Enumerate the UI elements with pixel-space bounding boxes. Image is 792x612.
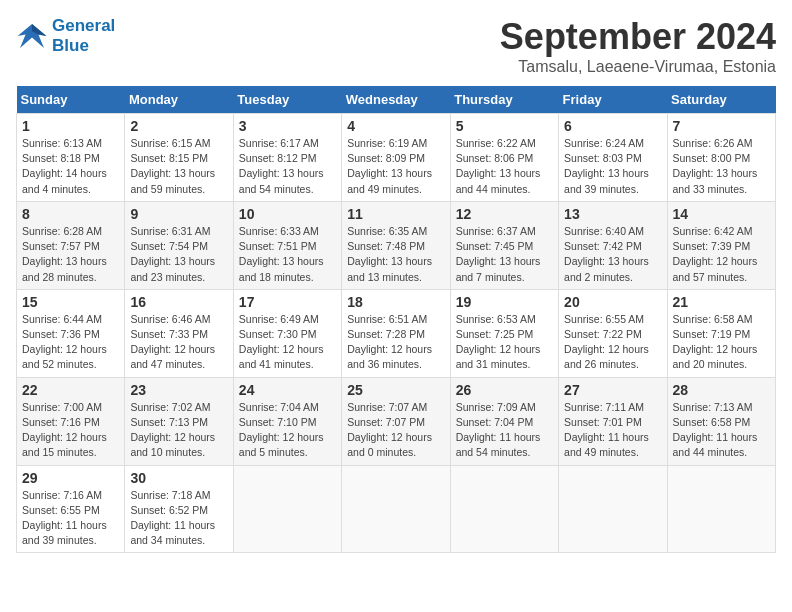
day-number: 18 <box>347 294 444 310</box>
day-info: Sunrise: 6:19 AM Sunset: 8:09 PM Dayligh… <box>347 136 444 197</box>
day-info: Sunrise: 6:51 AM Sunset: 7:28 PM Dayligh… <box>347 312 444 373</box>
day-info: Sunrise: 6:28 AM Sunset: 7:57 PM Dayligh… <box>22 224 119 285</box>
calendar-day-8: 8Sunrise: 6:28 AM Sunset: 7:57 PM Daylig… <box>17 201 125 289</box>
empty-cell <box>233 465 341 553</box>
calendar-day-10: 10Sunrise: 6:33 AM Sunset: 7:51 PM Dayli… <box>233 201 341 289</box>
day-number: 29 <box>22 470 119 486</box>
title-area: September 2024 Tamsalu, Laeaene-Virumaa,… <box>500 16 776 76</box>
calendar-day-21: 21Sunrise: 6:58 AM Sunset: 7:19 PM Dayli… <box>667 289 775 377</box>
calendar-day-30: 30Sunrise: 7:18 AM Sunset: 6:52 PM Dayli… <box>125 465 233 553</box>
calendar-day-23: 23Sunrise: 7:02 AM Sunset: 7:13 PM Dayli… <box>125 377 233 465</box>
day-number: 5 <box>456 118 553 134</box>
calendar-day-9: 9Sunrise: 6:31 AM Sunset: 7:54 PM Daylig… <box>125 201 233 289</box>
month-title: September 2024 <box>500 16 776 58</box>
day-info: Sunrise: 6:17 AM Sunset: 8:12 PM Dayligh… <box>239 136 336 197</box>
calendar-week-4: 22Sunrise: 7:00 AM Sunset: 7:16 PM Dayli… <box>17 377 776 465</box>
calendar-table: SundayMondayTuesdayWednesdayThursdayFrid… <box>16 86 776 553</box>
day-info: Sunrise: 6:15 AM Sunset: 8:15 PM Dayligh… <box>130 136 227 197</box>
day-info: Sunrise: 7:09 AM Sunset: 7:04 PM Dayligh… <box>456 400 553 461</box>
day-info: Sunrise: 6:40 AM Sunset: 7:42 PM Dayligh… <box>564 224 661 285</box>
day-number: 24 <box>239 382 336 398</box>
calendar-day-15: 15Sunrise: 6:44 AM Sunset: 7:36 PM Dayli… <box>17 289 125 377</box>
day-info: Sunrise: 6:37 AM Sunset: 7:45 PM Dayligh… <box>456 224 553 285</box>
col-header-saturday: Saturday <box>667 86 775 114</box>
day-info: Sunrise: 7:00 AM Sunset: 7:16 PM Dayligh… <box>22 400 119 461</box>
calendar-day-26: 26Sunrise: 7:09 AM Sunset: 7:04 PM Dayli… <box>450 377 558 465</box>
calendar-week-2: 8Sunrise: 6:28 AM Sunset: 7:57 PM Daylig… <box>17 201 776 289</box>
day-number: 16 <box>130 294 227 310</box>
calendar-day-5: 5Sunrise: 6:22 AM Sunset: 8:06 PM Daylig… <box>450 114 558 202</box>
calendar-day-20: 20Sunrise: 6:55 AM Sunset: 7:22 PM Dayli… <box>559 289 667 377</box>
calendar-day-3: 3Sunrise: 6:17 AM Sunset: 8:12 PM Daylig… <box>233 114 341 202</box>
empty-cell <box>667 465 775 553</box>
header: General Blue September 2024 Tamsalu, Lae… <box>16 16 776 76</box>
day-number: 10 <box>239 206 336 222</box>
day-number: 3 <box>239 118 336 134</box>
day-number: 23 <box>130 382 227 398</box>
calendar-day-24: 24Sunrise: 7:04 AM Sunset: 7:10 PM Dayli… <box>233 377 341 465</box>
calendar-day-2: 2Sunrise: 6:15 AM Sunset: 8:15 PM Daylig… <box>125 114 233 202</box>
day-number: 30 <box>130 470 227 486</box>
day-number: 1 <box>22 118 119 134</box>
day-number: 14 <box>673 206 770 222</box>
day-number: 17 <box>239 294 336 310</box>
calendar-week-1: 1Sunrise: 6:13 AM Sunset: 8:18 PM Daylig… <box>17 114 776 202</box>
calendar-day-12: 12Sunrise: 6:37 AM Sunset: 7:45 PM Dayli… <box>450 201 558 289</box>
day-info: Sunrise: 6:33 AM Sunset: 7:51 PM Dayligh… <box>239 224 336 285</box>
day-info: Sunrise: 6:55 AM Sunset: 7:22 PM Dayligh… <box>564 312 661 373</box>
day-number: 26 <box>456 382 553 398</box>
day-number: 9 <box>130 206 227 222</box>
calendar-day-16: 16Sunrise: 6:46 AM Sunset: 7:33 PM Dayli… <box>125 289 233 377</box>
day-number: 15 <box>22 294 119 310</box>
col-header-thursday: Thursday <box>450 86 558 114</box>
calendar-week-5: 29Sunrise: 7:16 AM Sunset: 6:55 PM Dayli… <box>17 465 776 553</box>
day-info: Sunrise: 7:07 AM Sunset: 7:07 PM Dayligh… <box>347 400 444 461</box>
day-number: 11 <box>347 206 444 222</box>
calendar-day-22: 22Sunrise: 7:00 AM Sunset: 7:16 PM Dayli… <box>17 377 125 465</box>
col-header-tuesday: Tuesday <box>233 86 341 114</box>
day-info: Sunrise: 6:53 AM Sunset: 7:25 PM Dayligh… <box>456 312 553 373</box>
calendar-day-7: 7Sunrise: 6:26 AM Sunset: 8:00 PM Daylig… <box>667 114 775 202</box>
calendar-day-19: 19Sunrise: 6:53 AM Sunset: 7:25 PM Dayli… <box>450 289 558 377</box>
day-number: 7 <box>673 118 770 134</box>
day-info: Sunrise: 6:24 AM Sunset: 8:03 PM Dayligh… <box>564 136 661 197</box>
calendar-day-28: 28Sunrise: 7:13 AM Sunset: 6:58 PM Dayli… <box>667 377 775 465</box>
day-number: 6 <box>564 118 661 134</box>
day-number: 27 <box>564 382 661 398</box>
empty-cell <box>342 465 450 553</box>
day-info: Sunrise: 6:35 AM Sunset: 7:48 PM Dayligh… <box>347 224 444 285</box>
calendar-day-1: 1Sunrise: 6:13 AM Sunset: 8:18 PM Daylig… <box>17 114 125 202</box>
day-info: Sunrise: 7:16 AM Sunset: 6:55 PM Dayligh… <box>22 488 119 549</box>
day-number: 8 <box>22 206 119 222</box>
col-header-friday: Friday <box>559 86 667 114</box>
day-info: Sunrise: 6:58 AM Sunset: 7:19 PM Dayligh… <box>673 312 770 373</box>
day-info: Sunrise: 6:26 AM Sunset: 8:00 PM Dayligh… <box>673 136 770 197</box>
day-info: Sunrise: 7:13 AM Sunset: 6:58 PM Dayligh… <box>673 400 770 461</box>
empty-cell <box>450 465 558 553</box>
day-number: 28 <box>673 382 770 398</box>
calendar-day-11: 11Sunrise: 6:35 AM Sunset: 7:48 PM Dayli… <box>342 201 450 289</box>
day-number: 20 <box>564 294 661 310</box>
day-number: 19 <box>456 294 553 310</box>
day-info: Sunrise: 7:18 AM Sunset: 6:52 PM Dayligh… <box>130 488 227 549</box>
day-number: 22 <box>22 382 119 398</box>
day-number: 13 <box>564 206 661 222</box>
day-info: Sunrise: 6:44 AM Sunset: 7:36 PM Dayligh… <box>22 312 119 373</box>
day-info: Sunrise: 6:31 AM Sunset: 7:54 PM Dayligh… <box>130 224 227 285</box>
day-number: 25 <box>347 382 444 398</box>
calendar-day-6: 6Sunrise: 6:24 AM Sunset: 8:03 PM Daylig… <box>559 114 667 202</box>
logo: General Blue <box>16 16 115 56</box>
calendar-day-17: 17Sunrise: 6:49 AM Sunset: 7:30 PM Dayli… <box>233 289 341 377</box>
day-info: Sunrise: 7:02 AM Sunset: 7:13 PM Dayligh… <box>130 400 227 461</box>
calendar-day-29: 29Sunrise: 7:16 AM Sunset: 6:55 PM Dayli… <box>17 465 125 553</box>
calendar-day-14: 14Sunrise: 6:42 AM Sunset: 7:39 PM Dayli… <box>667 201 775 289</box>
day-info: Sunrise: 7:11 AM Sunset: 7:01 PM Dayligh… <box>564 400 661 461</box>
day-info: Sunrise: 6:49 AM Sunset: 7:30 PM Dayligh… <box>239 312 336 373</box>
day-number: 4 <box>347 118 444 134</box>
calendar-day-13: 13Sunrise: 6:40 AM Sunset: 7:42 PM Dayli… <box>559 201 667 289</box>
logo-text: General Blue <box>52 16 115 56</box>
calendar-day-25: 25Sunrise: 7:07 AM Sunset: 7:07 PM Dayli… <box>342 377 450 465</box>
day-number: 2 <box>130 118 227 134</box>
day-info: Sunrise: 6:42 AM Sunset: 7:39 PM Dayligh… <box>673 224 770 285</box>
day-info: Sunrise: 6:13 AM Sunset: 8:18 PM Dayligh… <box>22 136 119 197</box>
